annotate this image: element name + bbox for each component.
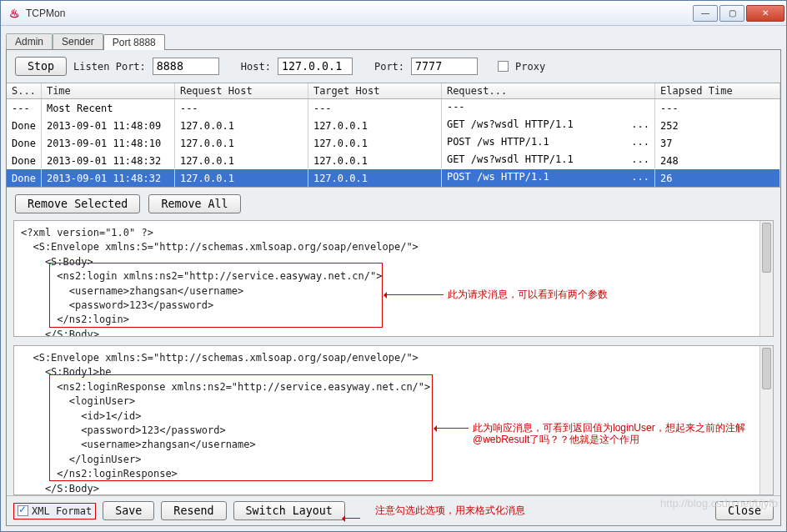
request-annotation: 此为请求消息，可以看到有两个参数 [448, 288, 608, 302]
xml-line: <S:Envelope xmlns:S="http://schemas.xmls… [21, 240, 766, 254]
col-request[interactable]: Request... [441, 83, 654, 99]
table-row[interactable]: Done2013-09-01 11:48:32127.0.0.1127.0.0.… [7, 152, 780, 169]
listen-port-input[interactable] [153, 58, 219, 75]
tab-bar: AdminSenderPort 8888 [6, 31, 781, 49]
xml-line: </S:Body> [21, 328, 766, 337]
col-request-host[interactable]: Request Host [174, 83, 308, 99]
xml-line: <S:Envelope xmlns:S="http://schemas.xmls… [21, 351, 766, 365]
window-title: TCPMon [26, 8, 691, 19]
xml-format-checkbox[interactable] [18, 505, 28, 516]
request-table: S... Time Request Host Target Host Reque… [7, 83, 780, 188]
xml-line: </S:Body> [21, 482, 766, 495]
titlebar: ♨ TCPMon — ▢ ✕ [1, 1, 786, 26]
scrollbar[interactable] [759, 221, 773, 336]
scrollbar[interactable] [759, 346, 773, 494]
port-input[interactable] [411, 58, 478, 75]
java-icon: ♨ [8, 7, 21, 20]
close-window-button[interactable]: ✕ [746, 5, 784, 22]
host-label: Host: [241, 61, 271, 73]
xml-format-label: XML Format [32, 505, 92, 517]
bottom-annotation: 注意勾选此选项，用来格式化消息 [375, 504, 525, 518]
table-row[interactable]: ---Most Recent------------ [7, 99, 780, 118]
host-input[interactable] [278, 58, 353, 75]
table-row[interactable]: Done2013-09-01 11:48:10127.0.0.1127.0.0.… [7, 134, 780, 152]
response-annotation-2: @webResult了吗？？他就是这个作用 [473, 433, 639, 447]
port-label: Port: [374, 61, 404, 73]
col-target-host[interactable]: Target Host [308, 83, 441, 99]
main-panel: Stop Listen Port: Host: Port: Proxy S...… [6, 49, 781, 526]
response-xml-area[interactable]: <S:Envelope xmlns:S="http://schemas.xmls… [13, 345, 774, 495]
proxy-label: Proxy [515, 61, 545, 73]
proxy-checkbox[interactable] [498, 61, 509, 72]
table-row[interactable]: Done2013-09-01 11:48:32127.0.0.1127.0.0.… [7, 169, 780, 187]
maximize-button[interactable]: ▢ [719, 5, 744, 22]
xml-format-highlight: XML Format [13, 503, 96, 519]
tab-port-8888[interactable]: Port 8888 [103, 34, 165, 50]
switch-layout-button[interactable]: Switch Layout [233, 501, 345, 520]
xml-line: <?xml version="1.0" ?> [21, 226, 766, 240]
remove-selected-button[interactable]: Remove Selected [15, 194, 140, 213]
toolbar: Stop Listen Port: Host: Port: Proxy [7, 50, 780, 83]
splitter[interactable] [13, 339, 774, 344]
remove-all-button[interactable]: Remove All [148, 194, 240, 213]
minimize-button[interactable]: — [693, 5, 718, 22]
request-xml-area[interactable]: <?xml version="1.0" ?> <S:Envelope xmlns… [13, 220, 774, 337]
stop-button[interactable]: Stop [15, 57, 67, 76]
listen-port-label: Listen Port: [73, 61, 146, 73]
save-button[interactable]: Save [103, 501, 154, 520]
bottom-bar: XML Format Save Resend Switch Layout 注意勾… [7, 495, 780, 525]
tab-sender[interactable]: Sender [53, 33, 103, 49]
col-elapsed[interactable]: Elapsed Time [655, 83, 780, 99]
col-time[interactable]: Time [41, 83, 174, 99]
resend-button[interactable]: Resend [161, 501, 226, 520]
app-window: ♨ TCPMon — ▢ ✕ AdminSenderPort 8888 Stop… [0, 0, 787, 532]
col-state[interactable]: S... [7, 83, 41, 99]
tab-admin[interactable]: Admin [6, 33, 53, 49]
table-row[interactable]: Done2013-09-01 11:48:09127.0.0.1127.0.0.… [7, 117, 780, 134]
close-button[interactable]: Close [715, 501, 774, 520]
arrow [435, 428, 469, 429]
arrow [385, 294, 444, 295]
